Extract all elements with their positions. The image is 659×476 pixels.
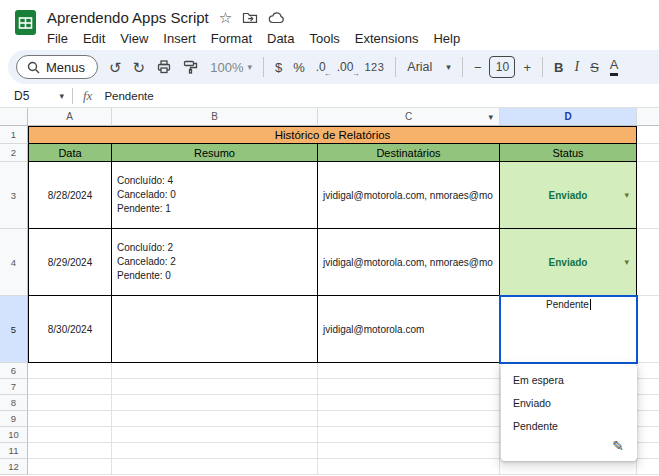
row-header-1[interactable]: 1 xyxy=(0,126,28,144)
cell-a8[interactable] xyxy=(28,395,112,411)
name-box[interactable]: D5 ▾ xyxy=(0,89,72,103)
cell-b5[interactable] xyxy=(112,296,318,363)
col-header-d[interactable]: D xyxy=(500,108,637,126)
decrease-decimal-button[interactable]: .0← xyxy=(316,60,326,74)
cell-a2[interactable]: Data xyxy=(28,144,112,162)
col-header-e[interactable] xyxy=(637,108,659,126)
bold-button[interactable]: B xyxy=(554,60,563,75)
edit-dropdown-pencil-icon[interactable]: ✎ xyxy=(612,438,624,454)
decrease-font-size-button[interactable]: − xyxy=(474,60,482,75)
cell-b9[interactable] xyxy=(112,411,318,427)
menu-data[interactable]: Data xyxy=(267,31,294,46)
column-dropdown-icon[interactable]: ▾ xyxy=(488,112,493,122)
row-header-3[interactable]: 3 xyxy=(0,162,28,229)
cell-c8[interactable] xyxy=(318,395,500,411)
cell-e9[interactable] xyxy=(637,411,659,427)
move-folder-icon[interactable] xyxy=(242,10,258,24)
dropdown-option-enviado[interactable]: Enviado xyxy=(501,391,637,414)
zoom-selector[interactable]: 100% ▾ xyxy=(210,60,252,75)
cell-c10[interactable] xyxy=(318,427,500,443)
cell-c9[interactable] xyxy=(318,411,500,427)
redo-icon[interactable]: ↻ xyxy=(133,60,146,75)
row-header-12[interactable]: 12 xyxy=(0,459,28,475)
cell-d3[interactable]: Enviado▾ xyxy=(500,162,637,229)
paint-format-icon[interactable] xyxy=(183,59,199,75)
cell-a4[interactable]: 8/29/2024 xyxy=(28,229,112,296)
cell-a11[interactable] xyxy=(28,443,112,459)
row-header-8[interactable]: 8 xyxy=(0,395,28,411)
cell-b8[interactable] xyxy=(112,395,318,411)
menu-extensions[interactable]: Extensions xyxy=(355,31,419,46)
row-header-4[interactable]: 4 xyxy=(0,229,28,296)
cell-e12[interactable] xyxy=(637,459,659,475)
percent-format-button[interactable]: % xyxy=(293,60,305,75)
cell-c5[interactable]: jvidigal@motorola.com xyxy=(318,296,500,363)
cell-a7[interactable] xyxy=(28,379,112,395)
row-header-11[interactable]: 11 xyxy=(0,443,28,459)
col-header-b[interactable]: B xyxy=(112,108,318,126)
cell-b11[interactable] xyxy=(112,443,318,459)
row-header-7[interactable]: 7 xyxy=(0,379,28,395)
row-header-5[interactable]: 5 xyxy=(0,296,28,363)
cell-c6[interactable] xyxy=(318,363,500,379)
cell-e7[interactable] xyxy=(637,379,659,395)
currency-format-button[interactable]: $ xyxy=(275,60,282,75)
formula-input[interactable]: Pendente xyxy=(104,90,153,102)
cell-e10[interactable] xyxy=(637,427,659,443)
cell-b12[interactable] xyxy=(112,459,318,475)
dropdown-option-em-espera[interactable]: Em espera xyxy=(501,368,637,391)
menu-insert[interactable]: Insert xyxy=(163,31,196,46)
col-header-c[interactable]: C▾ xyxy=(318,108,500,126)
cell-a9[interactable] xyxy=(28,411,112,427)
cell-e5[interactable] xyxy=(637,296,659,363)
menu-tools[interactable]: Tools xyxy=(309,31,339,46)
increase-font-size-button[interactable]: + xyxy=(523,60,531,75)
cell-e2[interactable] xyxy=(637,144,659,162)
menu-file[interactable]: File xyxy=(47,31,68,46)
cell-editor-d5[interactable]: Pendente xyxy=(499,295,638,364)
text-color-button[interactable]: A xyxy=(610,58,619,75)
cell-b3[interactable]: Concluído: 4 Cancelado: 0 Pendente: 1 xyxy=(112,162,318,229)
menu-view[interactable]: View xyxy=(120,31,148,46)
number-format-button[interactable]: 123 xyxy=(364,61,384,73)
cell-b7[interactable] xyxy=(112,379,318,395)
cell-c2[interactable]: Destinatários xyxy=(318,144,500,162)
menu-format[interactable]: Format xyxy=(211,31,252,46)
cell-d12[interactable] xyxy=(500,459,637,475)
select-all-corner[interactable] xyxy=(0,108,28,126)
cell-e11[interactable] xyxy=(637,443,659,459)
cell-c4[interactable]: jvidigal@motorola.com, nmoraes@mo xyxy=(318,229,500,296)
font-family-selector[interactable]: Arial ▾ xyxy=(407,60,451,74)
row-header-10[interactable]: 10 xyxy=(0,427,28,443)
cloud-status-icon[interactable] xyxy=(268,11,285,24)
cell-b2[interactable]: Resumo xyxy=(112,144,318,162)
cell-e3[interactable] xyxy=(637,162,659,229)
font-size-input[interactable]: 10 xyxy=(489,56,515,78)
menu-edit[interactable]: Edit xyxy=(83,31,105,46)
cell-c11[interactable] xyxy=(318,443,500,459)
cell-d4[interactable]: Enviado▾ xyxy=(500,229,637,296)
dropdown-chip-icon[interactable]: ▾ xyxy=(624,190,629,200)
document-title[interactable]: Aprendendo Apps Script xyxy=(47,9,209,26)
star-icon[interactable]: ☆ xyxy=(219,10,232,25)
cell-a5[interactable]: 8/30/2024 xyxy=(28,296,112,363)
menu-help[interactable]: Help xyxy=(433,31,460,46)
dropdown-chip-icon[interactable]: ▾ xyxy=(624,257,629,267)
cell-e8[interactable] xyxy=(637,395,659,411)
italic-button[interactable]: I xyxy=(574,59,579,75)
cell-b4[interactable]: Concluído: 2 Cancelado: 2 Pendente: 0 xyxy=(112,229,318,296)
cell-d2[interactable]: Status xyxy=(500,144,637,162)
row-header-2[interactable]: 2 xyxy=(0,144,28,162)
cell-e1[interactable] xyxy=(637,126,659,144)
cell-c7[interactable] xyxy=(318,379,500,395)
cell-a6[interactable] xyxy=(28,363,112,379)
cell-e4[interactable] xyxy=(637,229,659,296)
dropdown-option-pendente[interactable]: Pendente xyxy=(501,414,637,437)
col-header-a[interactable]: A xyxy=(28,108,112,126)
print-icon[interactable] xyxy=(156,59,172,75)
row-header-9[interactable]: 9 xyxy=(0,411,28,427)
cell-title-merged[interactable]: Histórico de Relatórios xyxy=(28,126,637,144)
cell-b6[interactable] xyxy=(112,363,318,379)
row-header-6[interactable]: 6 xyxy=(0,363,28,379)
cell-a3[interactable]: 8/28/2024 xyxy=(28,162,112,229)
